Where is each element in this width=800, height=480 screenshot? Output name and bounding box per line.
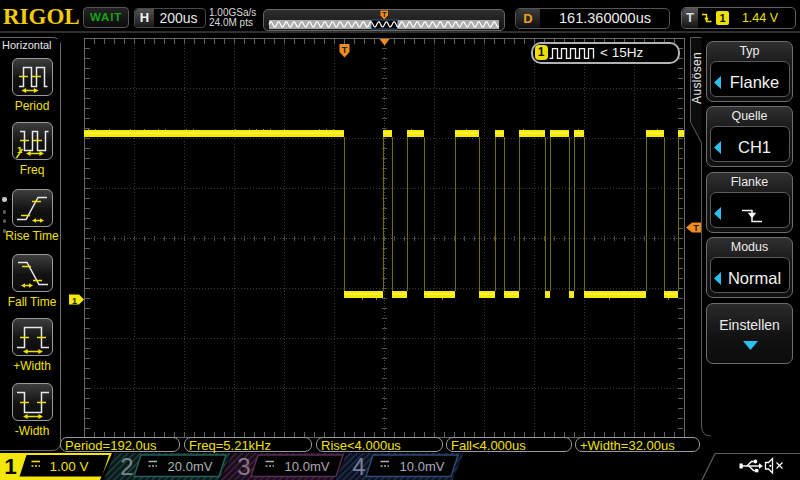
svg-text:T: T [693,223,699,233]
svg-text:1: 1 [72,296,77,306]
svg-text:T: T [382,10,387,19]
svg-text:T: T [342,45,348,55]
